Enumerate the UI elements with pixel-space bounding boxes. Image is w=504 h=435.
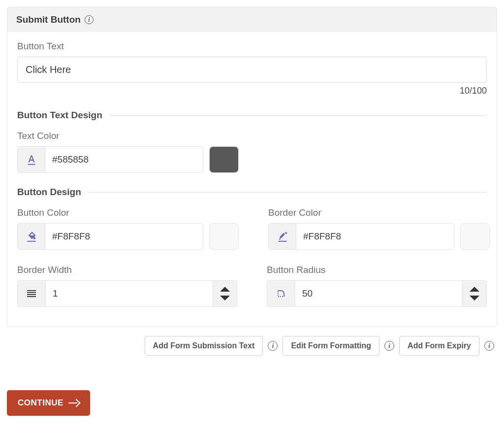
increment-button[interactable] — [220, 287, 230, 292]
text-color-input-wrap — [17, 146, 203, 173]
submit-button-panel: Submit Button i Button Text 10/100 Butto… — [7, 7, 497, 327]
button-text-label: Button Text — [17, 41, 487, 52]
border-color-block: Border Color — [268, 207, 490, 250]
panel-body: Button Text 10/100 Button Text Design Te… — [7, 32, 497, 327]
info-icon[interactable]: i — [384, 341, 394, 351]
svg-rect-0 — [27, 290, 36, 291]
button-color-block: Button Color — [17, 207, 239, 250]
text-color-icon — [18, 147, 45, 172]
text-color-label: Text Color — [17, 131, 487, 141]
svg-rect-3 — [27, 296, 36, 297]
radius-icon — [267, 281, 295, 306]
color-row: Button Color Border Color — [17, 207, 487, 250]
pencil-icon — [269, 224, 296, 249]
arrow-right-icon — [68, 400, 79, 406]
info-icon[interactable]: i — [268, 341, 278, 351]
border-width-stepper — [17, 280, 237, 307]
text-color-swatch[interactable] — [209, 146, 239, 173]
decrement-button[interactable] — [220, 296, 230, 301]
divider-line — [88, 192, 487, 193]
panel-header: Submit Button i — [7, 7, 497, 32]
fill-icon — [18, 224, 45, 249]
divider-line — [109, 115, 487, 116]
number-row: Border Width Button Radius — [17, 265, 487, 307]
continue-label: CONTINUE — [18, 398, 63, 408]
increment-button[interactable] — [470, 287, 479, 292]
panel-title: Submit Button — [16, 14, 81, 25]
section-title: Button Text Design — [17, 110, 102, 121]
button-color-input[interactable] — [45, 224, 203, 249]
actions-row: Add Form Submission Text i Edit Form For… — [7, 327, 497, 356]
stepper-controls — [463, 281, 486, 306]
continue-wrap: CONTINUE — [7, 390, 497, 416]
char-counter: 10/100 — [17, 86, 487, 96]
decrement-button[interactable] — [470, 296, 479, 301]
button-color-label: Button Color — [17, 207, 239, 218]
add-form-submission-text-button[interactable]: Add Form Submission Text — [145, 336, 263, 356]
border-color-input-wrap — [268, 223, 454, 250]
stepper-controls — [213, 281, 237, 306]
button-color-swatch[interactable] — [209, 223, 239, 250]
edit-form-formatting-button[interactable]: Edit Form Formatting — [283, 336, 379, 356]
lines-icon — [18, 281, 45, 306]
continue-button[interactable]: CONTINUE — [7, 390, 90, 416]
border-width-label: Border Width — [17, 265, 237, 275]
section-title: Button Design — [17, 187, 81, 198]
section-text-design: Button Text Design — [17, 110, 487, 121]
button-text-input[interactable] — [17, 57, 487, 83]
border-color-input[interactable] — [296, 224, 454, 249]
button-radius-label: Button Radius — [267, 265, 487, 275]
border-width-block: Border Width — [17, 265, 237, 307]
button-radius-block: Button Radius — [267, 265, 487, 307]
section-button-design: Button Design — [17, 187, 487, 198]
svg-rect-1 — [27, 292, 36, 293]
button-radius-stepper — [267, 280, 487, 307]
button-color-group — [17, 223, 239, 250]
button-color-input-wrap — [17, 223, 203, 250]
border-color-group — [268, 223, 490, 250]
button-radius-input[interactable] — [295, 281, 463, 306]
text-color-group — [17, 146, 487, 173]
info-icon[interactable]: i — [85, 15, 94, 24]
svg-rect-2 — [27, 294, 36, 295]
text-color-input[interactable] — [45, 147, 203, 172]
info-icon[interactable]: i — [484, 341, 494, 351]
border-color-label: Border Color — [268, 207, 490, 218]
border-color-swatch[interactable] — [460, 223, 490, 250]
border-width-input[interactable] — [45, 281, 213, 306]
add-form-expiry-button[interactable]: Add Form Expiry — [399, 336, 479, 356]
